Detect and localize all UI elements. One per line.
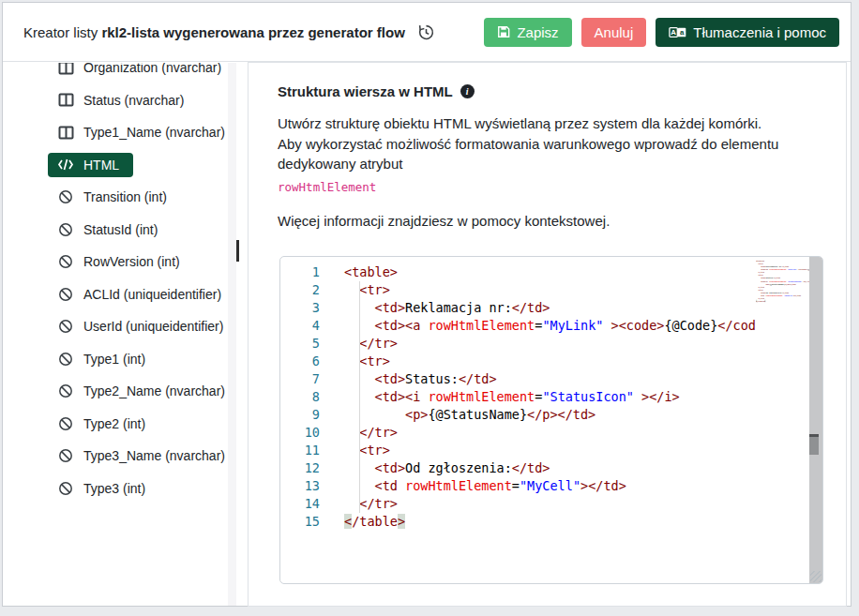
description-text: Utwórz strukturę obiektu HTML wyświetlan… (278, 113, 821, 197)
sidebar-item-label: Type3_Name (nvarchar) (83, 448, 225, 463)
blocked-icon (57, 254, 74, 269)
editor-minimap[interactable]: <table> <tr> <td>Reklamacja nr:</td> <td… (756, 257, 809, 583)
description-line2: Aby wykorzystać możliwość formatowania w… (278, 136, 778, 173)
fields-sidebar: Organization (nvarchar)Status (nvarchar)… (3, 63, 228, 606)
line-number: 11 (280, 442, 320, 459)
sidebar-item-statusid[interactable]: StatusId (int) (3, 214, 228, 247)
editor-scrollbar-track[interactable] (809, 257, 822, 583)
html-code-editor: 123456789101112131415 <table> <tr> <td>R… (279, 256, 823, 584)
page-title: Kreator listy rkl2-lista wygenerowana pr… (23, 24, 405, 40)
table-icon (57, 126, 74, 140)
sidebar-item-label: StatusId (int) (83, 222, 158, 237)
line-number: 9 (280, 406, 320, 424)
sidebar-list: Organization (nvarchar)Status (nvarchar)… (3, 63, 228, 504)
line-number: 13 (280, 477, 320, 495)
line-number: 5 (280, 335, 320, 353)
editor-code-area[interactable]: <table> <tr> <td>Reklamacja nr:</td> <td… (334, 257, 756, 583)
code-line: <td rowHtmlElement="MyCell"></td> (344, 477, 756, 495)
description-line1: Utwórz strukturę obiektu HTML wyświetlan… (278, 115, 761, 131)
line-number: 14 (280, 495, 320, 513)
code-line: </table> (344, 513, 756, 531)
sidebar-item-type1_name[interactable]: Type1_Name (nvarchar) (3, 116, 228, 149)
save-button-label: Zapisz (517, 24, 558, 40)
save-icon (497, 25, 510, 38)
sidebar-item-type3[interactable]: Type3 (int) (3, 473, 228, 505)
code-line: <tr> (344, 442, 756, 459)
sidebar-item-status[interactable]: Status (nvarchar) (3, 84, 228, 117)
line-number: 6 (280, 353, 320, 370)
sidebar-item-type1[interactable]: Type1 (int) (3, 343, 228, 376)
sidebar-scrollbar-thumb[interactable] (236, 240, 239, 262)
code-line: <p>{@StatusName}</p></td> (344, 406, 756, 424)
line-number: 15 (280, 513, 320, 531)
code-line: <td><a rowHtmlElement="MyLink" ><code>{@… (344, 317, 756, 335)
sidebar-item-label: UserId (uniqueidentifier) (83, 319, 223, 334)
blocked-icon (57, 383, 74, 398)
sidebar-item-label: ACLId (uniqueidentifier) (83, 287, 221, 302)
code-line: <table> (344, 263, 756, 281)
minimap-content: <table> <tr> <td>Reklamacja nr:</td> <td… (756, 260, 809, 303)
indent-guide (359, 281, 360, 513)
sidebar-item-type3_name[interactable]: Type3_Name (nvarchar) (3, 440, 228, 473)
blocked-icon (57, 287, 74, 302)
more-info-text: Więcej informacji znajdziesz w pomocy ko… (278, 211, 821, 232)
history-icon[interactable] (417, 23, 435, 41)
sidebar-item-label: Organization (nvarchar) (83, 63, 221, 75)
sidebar-item-label: Type1 (int) (83, 352, 145, 367)
editor-resize-grip[interactable] (810, 571, 821, 582)
sidebar-item-label: Type2 (int) (83, 416, 145, 431)
cancel-button[interactable]: Anuluj (581, 18, 647, 47)
code-line: <td>Status:</td> (344, 370, 756, 388)
blocked-icon (57, 481, 74, 496)
editor-line-numbers: 123456789101112131415 (280, 257, 334, 583)
sidebar-item-organization[interactable]: Organization (nvarchar) (3, 63, 228, 84)
sidebar-item-type2_name[interactable]: Type2_Name (nvarchar) (3, 375, 228, 408)
table-icon (57, 93, 74, 107)
header-bar: Kreator listy rkl2-lista wygenerowana pr… (3, 3, 851, 62)
sidebar-item-transition[interactable]: Transition (int) (3, 181, 228, 214)
line-number: 10 (280, 424, 320, 442)
line-number: 7 (280, 370, 320, 388)
code-line: <td><i rowHtmlElement="StatusIcon" ></i> (344, 388, 756, 406)
sidebar-scrollbar-track[interactable] (228, 63, 236, 606)
sidebar-item-label: Transition (int) (83, 189, 167, 204)
sidebar-item-label: HTML (83, 158, 119, 173)
code-line: </tr> (344, 495, 756, 513)
translate-icon: A a (669, 26, 686, 38)
line-number: 1 (280, 263, 320, 281)
sidebar-item-label: RowVersion (int) (83, 254, 180, 269)
app-window: Kreator listy rkl2-lista wygenerowana pr… (2, 2, 851, 607)
sidebar-item-rowversion[interactable]: RowVersion (int) (3, 246, 228, 278)
code-icon (57, 158, 74, 171)
sidebar-item-label: Type1_Name (nvarchar) (83, 125, 225, 140)
sidebar-item-label: Status (nvarchar) (83, 93, 184, 108)
translations-help-button[interactable]: A a Tłumaczenia i pomoc (656, 18, 839, 47)
blocked-icon (57, 222, 74, 237)
save-button[interactable]: Zapisz (484, 18, 571, 47)
table-icon (57, 63, 74, 75)
svg-text:A: A (671, 28, 677, 37)
row-html-element-code: rowHtmlElement (278, 177, 821, 198)
cancel-button-label: Anuluj (595, 24, 634, 40)
sidebar-item-label: Type3 (int) (83, 481, 145, 496)
blocked-icon (57, 189, 74, 204)
blocked-icon (57, 319, 74, 334)
sidebar-item-aclid[interactable]: ACLId (uniqueidentifier) (3, 278, 228, 311)
sidebar-item-label: Type2_Name (nvarchar) (83, 383, 225, 398)
sidebar-item-html[interactable]: HTML (3, 149, 228, 182)
blocked-icon (57, 416, 74, 431)
blocked-icon (57, 448, 74, 463)
code-line: </table> (756, 299, 809, 302)
header-buttons: Zapisz Anuluj A a Tłumaczenia i pomoc (484, 18, 839, 47)
sidebar-item-userid[interactable]: UserId (uniqueidentifier) (3, 310, 228, 343)
editor-code-lines: <table> <tr> <td>Reklamacja nr:</td> <td… (344, 263, 756, 531)
blocked-icon (57, 352, 74, 367)
line-number: 12 (280, 459, 320, 477)
info-icon[interactable]: i (460, 84, 475, 98)
code-line: </tr> (344, 424, 756, 442)
editor-scrollbar-thumb[interactable] (809, 434, 819, 455)
page-title-prefix: Kreator listy (23, 24, 98, 40)
sidebar-item-type2[interactable]: Type2 (int) (3, 408, 228, 441)
section-heading: Struktura wiersza w HTML (278, 83, 453, 99)
line-number: 8 (280, 388, 320, 406)
